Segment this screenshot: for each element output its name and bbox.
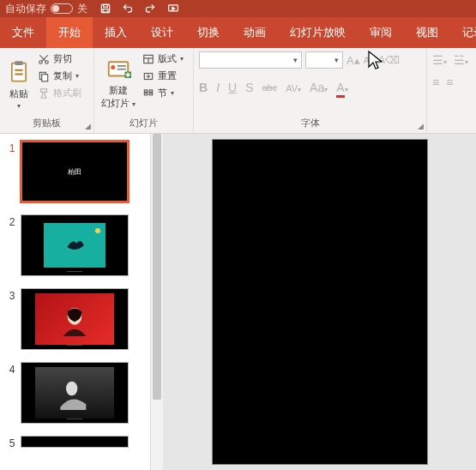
autosave-state: 关 (77, 2, 87, 16)
group-clipboard: 粘贴 ▾ 剪切 复制 ▾ 格式刷 剪贴板 ◢ (0, 48, 94, 133)
font-name-combo[interactable]: ▾ (199, 51, 302, 69)
thumbnail-item[interactable]: 4 ——— (3, 362, 147, 424)
thumbnail-slide-2[interactable]: ——— (21, 214, 129, 276)
undo-icon[interactable] (122, 3, 134, 15)
spacing-button[interactable]: AV▾ (286, 81, 301, 94)
group-font-title: 字体 (199, 115, 421, 131)
autosave-label: 自动保存 (5, 2, 46, 16)
format-painter-button[interactable]: 格式刷 (36, 86, 83, 100)
portrait-bw-icon (49, 376, 100, 410)
svg-rect-24 (149, 89, 153, 91)
thumbnail-slide-5[interactable] (21, 436, 129, 448)
svg-point-27 (66, 382, 77, 396)
svg-rect-5 (15, 61, 22, 65)
ribbon-tabs: 文件 开始 插入 设计 切换 动画 幻灯片放映 审阅 视图 记录 (0, 17, 476, 48)
tab-design[interactable]: 设计 (139, 17, 185, 48)
shadow-button[interactable]: S (245, 81, 253, 94)
clipboard-launcher-icon[interactable]: ◢ (85, 122, 91, 130)
align-left-button[interactable]: ≡ (432, 75, 439, 89)
tab-file[interactable]: 文件 (0, 17, 46, 48)
title-bar: 自动保存 关 (0, 0, 476, 17)
thumbnail-item[interactable]: 1 柏田 (3, 141, 147, 202)
tab-review[interactable]: 审阅 (358, 17, 404, 48)
new-slide-label1: 新建 (109, 84, 128, 97)
thumbnail-panel: 1 柏田 2 ——— 3 ——— (0, 134, 151, 470)
layout-button[interactable]: 版式▾ (141, 51, 185, 66)
redo-icon[interactable] (144, 3, 156, 15)
paste-button[interactable]: 粘贴 ▾ (5, 51, 33, 115)
group-paragraph: ☰▾ ☱▾ ≡ ≡ (427, 48, 475, 133)
font-size-combo[interactable]: ▾ (305, 51, 343, 69)
tab-insert[interactable]: 插入 (93, 17, 139, 48)
svg-rect-2 (103, 9, 108, 12)
tab-view[interactable]: 视图 (404, 17, 450, 48)
slideshow-from-start-icon[interactable] (166, 3, 180, 15)
svg-rect-4 (12, 63, 26, 81)
align-center-button[interactable]: ≡ (446, 75, 453, 89)
reset-button[interactable]: 重置 (141, 69, 185, 83)
portrait-icon (57, 299, 92, 339)
tab-slideshow[interactable]: 幻灯片放映 (278, 17, 358, 48)
tab-animations[interactable]: 动画 (232, 17, 278, 48)
svg-rect-12 (41, 88, 47, 92)
paste-label: 粘贴 (9, 87, 28, 100)
autosave-switch[interactable] (51, 3, 73, 14)
new-slide-button[interactable]: 新建 幻灯片 ▾ (99, 51, 137, 115)
tab-home[interactable]: 开始 (46, 17, 93, 48)
cut-button[interactable]: 剪切 (36, 51, 83, 66)
svg-rect-11 (42, 74, 48, 81)
svg-rect-22 (144, 89, 148, 91)
italic-button[interactable]: I (216, 81, 220, 94)
thumbnail-item[interactable]: 2 ——— (3, 214, 147, 276)
numbering-button[interactable]: ☱▾ (454, 53, 468, 67)
current-slide[interactable] (212, 139, 428, 465)
svg-rect-25 (149, 93, 153, 94)
group-slides: 新建 幻灯片 ▾ 版式▾ 重置 节▾ 幻灯片 (94, 48, 194, 133)
svg-rect-15 (117, 65, 126, 67)
scrollbar-thumb[interactable] (153, 134, 161, 400)
thumbnail-number: 3 (3, 288, 21, 302)
underline-button[interactable]: U (228, 81, 237, 94)
font-launcher-icon[interactable]: ◢ (418, 122, 424, 130)
decrease-font-icon[interactable]: A▾ (364, 55, 375, 66)
quick-access-toolbar (99, 3, 180, 15)
tab-transitions[interactable]: 切换 (185, 17, 232, 48)
thumbnail-slide-4[interactable]: ——— (21, 362, 129, 424)
bird-icon (62, 234, 87, 256)
group-clipboard-title: 剪贴板 (5, 115, 88, 131)
section-button[interactable]: 节▾ (141, 86, 185, 100)
svg-point-14 (111, 65, 115, 69)
copy-icon (38, 70, 50, 82)
font-color-button[interactable]: A▾ (336, 81, 347, 94)
strike-button[interactable]: abc (262, 82, 277, 93)
increase-font-icon[interactable]: A▴ (346, 54, 360, 67)
save-icon[interactable] (99, 3, 111, 15)
reset-icon (142, 70, 154, 82)
layout-icon (142, 53, 154, 65)
format-painter-icon (38, 87, 50, 99)
slide-canvas-area (163, 134, 476, 470)
svg-rect-1 (104, 4, 108, 7)
tab-record[interactable]: 记录 (450, 17, 476, 48)
case-button[interactable]: Aa▾ (310, 81, 328, 94)
thumbnail-item[interactable]: 3 ——— (3, 288, 147, 350)
thumbnail-number: 5 (3, 436, 21, 449)
thumbnail-number: 1 (3, 141, 21, 154)
thumbnail-item[interactable]: 5 (3, 436, 147, 449)
clear-format-icon[interactable]: A⌫ (378, 54, 400, 66)
thumbnail-number: 2 (3, 214, 21, 228)
group-slides-title: 幻灯片 (99, 115, 188, 131)
section-icon (142, 87, 154, 99)
new-slide-icon (105, 57, 131, 82)
bullets-button[interactable]: ☰▾ (432, 53, 447, 67)
cut-icon (38, 53, 50, 65)
bold-button[interactable]: B (199, 81, 208, 94)
svg-rect-16 (117, 69, 126, 70)
thumbnail-number: 4 (3, 362, 21, 376)
thumbnail-slide-1[interactable]: 柏田 (21, 141, 129, 202)
svg-rect-23 (144, 93, 148, 94)
thumbnail-slide-3[interactable]: ——— (21, 288, 129, 350)
thumbnail-scrollbar[interactable] (151, 134, 163, 470)
copy-button[interactable]: 复制 ▾ (36, 69, 83, 83)
autosave-toggle[interactable]: 自动保存 关 (5, 2, 87, 16)
